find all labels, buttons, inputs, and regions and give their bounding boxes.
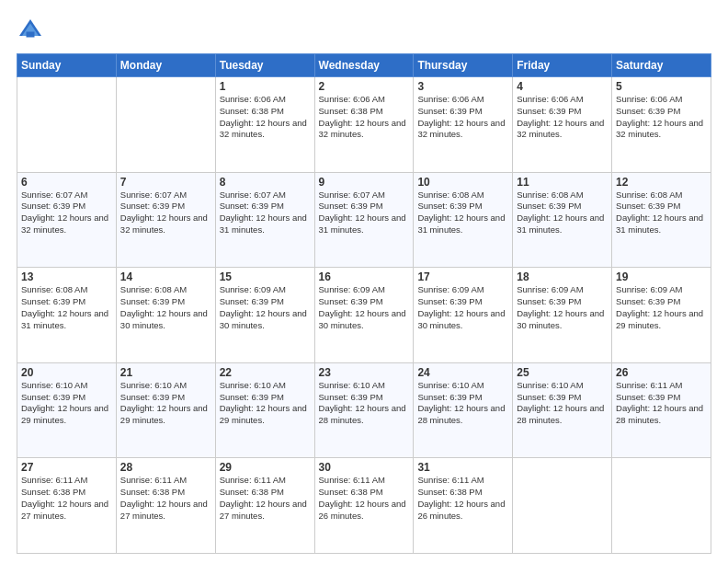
week-row-2: 6Sunrise: 6:07 AMSunset: 6:39 PMDaylight… (17, 172, 711, 268)
day-cell: 20Sunrise: 6:10 AMSunset: 6:39 PMDayligh… (17, 362, 117, 458)
day-info: Sunrise: 6:06 AMSunset: 6:38 PMDaylight:… (220, 94, 311, 141)
day-cell: 12Sunrise: 6:08 AMSunset: 6:39 PMDayligh… (612, 172, 711, 268)
day-number: 9 (319, 176, 410, 189)
day-info: Sunrise: 6:09 AMSunset: 6:39 PMDaylight:… (616, 284, 707, 331)
day-cell (513, 458, 612, 554)
day-number: 25 (517, 366, 608, 379)
day-number: 4 (517, 80, 608, 93)
day-cell: 26Sunrise: 6:11 AMSunset: 6:39 PMDayligh… (612, 362, 711, 458)
day-info: Sunrise: 6:10 AMSunset: 6:39 PMDaylight:… (120, 380, 211, 427)
day-number: 30 (319, 461, 410, 474)
day-number: 29 (220, 461, 311, 474)
day-info: Sunrise: 6:07 AMSunset: 6:39 PMDaylight:… (21, 190, 112, 236)
weekday-tuesday: Tuesday (215, 54, 314, 77)
day-cell: 23Sunrise: 6:10 AMSunset: 6:39 PMDayligh… (314, 362, 414, 458)
day-info: Sunrise: 6:08 AMSunset: 6:39 PMDaylight:… (616, 190, 707, 236)
week-row-4: 20Sunrise: 6:10 AMSunset: 6:39 PMDayligh… (17, 362, 711, 458)
day-number: 28 (120, 461, 211, 474)
day-cell: 9Sunrise: 6:07 AMSunset: 6:39 PMDaylight… (314, 172, 414, 268)
day-number: 17 (417, 270, 508, 283)
day-number: 16 (319, 270, 410, 283)
day-number: 5 (616, 80, 707, 93)
day-number: 3 (417, 80, 508, 93)
calendar: SundayMondayTuesdayWednesdayThursdayFrid… (17, 53, 711, 554)
day-cell: 4Sunrise: 6:06 AMSunset: 6:39 PMDaylight… (513, 77, 612, 173)
day-number: 6 (21, 176, 112, 189)
day-cell: 3Sunrise: 6:06 AMSunset: 6:39 PMDaylight… (414, 77, 513, 173)
week-row-3: 13Sunrise: 6:08 AMSunset: 6:39 PMDayligh… (17, 268, 711, 363)
day-info: Sunrise: 6:06 AMSunset: 6:39 PMDaylight:… (517, 94, 608, 141)
day-cell: 6Sunrise: 6:07 AMSunset: 6:39 PMDaylight… (17, 172, 117, 268)
weekday-friday: Friday (513, 54, 612, 77)
day-info: Sunrise: 6:11 AMSunset: 6:38 PMDaylight:… (417, 475, 508, 522)
day-number: 18 (517, 270, 608, 283)
day-info: Sunrise: 6:07 AMSunset: 6:39 PMDaylight:… (120, 190, 211, 236)
day-info: Sunrise: 6:09 AMSunset: 6:39 PMDaylight:… (417, 284, 508, 331)
day-info: Sunrise: 6:11 AMSunset: 6:38 PMDaylight:… (21, 475, 112, 522)
weekday-thursday: Thursday (414, 54, 513, 77)
day-cell: 8Sunrise: 6:07 AMSunset: 6:39 PMDaylight… (215, 172, 314, 268)
day-number: 7 (120, 176, 211, 189)
day-info: Sunrise: 6:09 AMSunset: 6:39 PMDaylight:… (517, 284, 608, 331)
day-cell: 18Sunrise: 6:09 AMSunset: 6:39 PMDayligh… (513, 268, 612, 363)
day-info: Sunrise: 6:09 AMSunset: 6:39 PMDaylight:… (220, 284, 311, 331)
day-info: Sunrise: 6:06 AMSunset: 6:39 PMDaylight:… (417, 94, 508, 141)
week-row-5: 27Sunrise: 6:11 AMSunset: 6:38 PMDayligh… (17, 458, 711, 554)
day-cell: 30Sunrise: 6:11 AMSunset: 6:38 PMDayligh… (314, 458, 414, 554)
logo (17, 17, 48, 44)
day-number: 31 (417, 461, 508, 474)
day-cell: 1Sunrise: 6:06 AMSunset: 6:38 PMDaylight… (215, 77, 314, 173)
day-cell: 14Sunrise: 6:08 AMSunset: 6:39 PMDayligh… (116, 268, 215, 363)
day-cell: 17Sunrise: 6:09 AMSunset: 6:39 PMDayligh… (414, 268, 513, 363)
day-info: Sunrise: 6:10 AMSunset: 6:39 PMDaylight:… (220, 380, 311, 427)
day-number: 10 (417, 176, 508, 189)
day-number: 1 (220, 80, 311, 93)
day-cell: 19Sunrise: 6:09 AMSunset: 6:39 PMDayligh… (612, 268, 711, 363)
day-cell (17, 77, 117, 173)
day-number: 22 (220, 366, 311, 379)
day-number: 21 (120, 366, 211, 379)
day-cell: 2Sunrise: 6:06 AMSunset: 6:38 PMDaylight… (314, 77, 414, 173)
day-info: Sunrise: 6:07 AMSunset: 6:39 PMDaylight:… (319, 190, 410, 236)
day-info: Sunrise: 6:08 AMSunset: 6:39 PMDaylight:… (517, 190, 608, 236)
day-number: 11 (517, 176, 608, 189)
day-number: 23 (319, 366, 410, 379)
day-cell: 5Sunrise: 6:06 AMSunset: 6:39 PMDaylight… (612, 77, 711, 173)
day-info: Sunrise: 6:07 AMSunset: 6:39 PMDaylight:… (220, 190, 311, 236)
day-number: 24 (417, 366, 508, 379)
weekday-saturday: Saturday (612, 54, 711, 77)
day-number: 8 (220, 176, 311, 189)
day-number: 27 (21, 461, 112, 474)
logo-icon (17, 17, 44, 44)
day-cell: 15Sunrise: 6:09 AMSunset: 6:39 PMDayligh… (215, 268, 314, 363)
day-cell (612, 458, 711, 554)
day-number: 2 (319, 80, 410, 93)
day-cell: 11Sunrise: 6:08 AMSunset: 6:39 PMDayligh… (513, 172, 612, 268)
day-number: 12 (616, 176, 707, 189)
day-cell: 22Sunrise: 6:10 AMSunset: 6:39 PMDayligh… (215, 362, 314, 458)
day-info: Sunrise: 6:10 AMSunset: 6:39 PMDaylight:… (21, 380, 112, 427)
day-number: 15 (220, 270, 311, 283)
day-number: 19 (616, 270, 707, 283)
day-info: Sunrise: 6:06 AMSunset: 6:38 PMDaylight:… (319, 94, 410, 141)
day-info: Sunrise: 6:10 AMSunset: 6:39 PMDaylight:… (319, 380, 410, 427)
day-cell: 31Sunrise: 6:11 AMSunset: 6:38 PMDayligh… (414, 458, 513, 554)
day-number: 26 (616, 366, 707, 379)
day-info: Sunrise: 6:10 AMSunset: 6:39 PMDaylight:… (517, 380, 608, 427)
day-cell (116, 77, 215, 173)
day-info: Sunrise: 6:08 AMSunset: 6:39 PMDaylight:… (21, 284, 112, 331)
day-info: Sunrise: 6:08 AMSunset: 6:39 PMDaylight:… (417, 190, 508, 236)
weekday-monday: Monday (116, 54, 215, 77)
day-info: Sunrise: 6:09 AMSunset: 6:39 PMDaylight:… (319, 284, 410, 331)
day-cell: 7Sunrise: 6:07 AMSunset: 6:39 PMDaylight… (116, 172, 215, 268)
day-info: Sunrise: 6:11 AMSunset: 6:38 PMDaylight:… (319, 475, 410, 522)
day-info: Sunrise: 6:11 AMSunset: 6:38 PMDaylight:… (220, 475, 311, 522)
day-info: Sunrise: 6:11 AMSunset: 6:38 PMDaylight:… (120, 475, 211, 522)
day-info: Sunrise: 6:06 AMSunset: 6:39 PMDaylight:… (616, 94, 707, 141)
day-info: Sunrise: 6:10 AMSunset: 6:39 PMDaylight:… (417, 380, 508, 427)
day-cell: 29Sunrise: 6:11 AMSunset: 6:38 PMDayligh… (215, 458, 314, 554)
weekday-header-row: SundayMondayTuesdayWednesdayThursdayFrid… (17, 54, 711, 77)
day-cell: 27Sunrise: 6:11 AMSunset: 6:38 PMDayligh… (17, 458, 117, 554)
day-cell: 28Sunrise: 6:11 AMSunset: 6:38 PMDayligh… (116, 458, 215, 554)
day-cell: 24Sunrise: 6:10 AMSunset: 6:39 PMDayligh… (414, 362, 513, 458)
